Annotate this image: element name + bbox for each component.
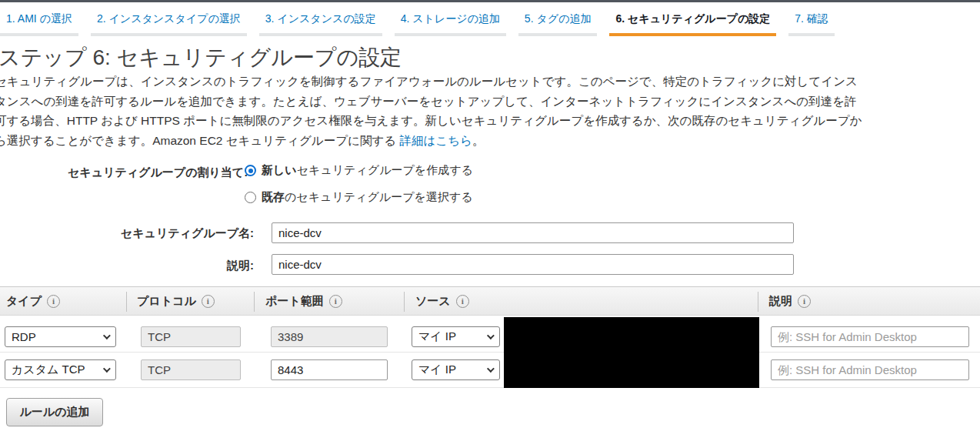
chevron-down-icon: [103, 332, 111, 339]
column-divider: [758, 292, 758, 312]
info-icon[interactable]: i: [456, 295, 469, 308]
info-icon[interactable]: i: [47, 295, 60, 308]
type-select-row1-value: RDP: [12, 330, 36, 343]
ec2-launch-wizard-step6: 1. AMI の選択 2. インスタンスタイプの選択 3. インスタンスの設定 …: [0, 0, 980, 448]
source-select-row2[interactable]: マイ IP: [412, 359, 500, 380]
security-group-name-input[interactable]: [272, 222, 794, 243]
description-period: 。: [472, 134, 485, 147]
column-header-port-range-label: ポート範囲: [265, 294, 324, 309]
security-group-name-label: セキュリティグループ名:: [0, 226, 254, 241]
rules-table-header: タイプi プロトコルi ポート範囲i ソースi 説明i: [0, 286, 980, 316]
port-range-input-row2[interactable]: [271, 359, 388, 380]
radio-option-select-existing[interactable]: 既存のセキュリティグループを選択する: [245, 190, 473, 205]
info-icon[interactable]: i: [798, 295, 811, 308]
radio-unselected-icon[interactable]: [245, 192, 256, 203]
radio-existing-label-rest: のセキュリティグループを選択する: [285, 190, 473, 203]
type-select-row2-value: カスタム TCP: [12, 363, 85, 377]
radio-new-label: 新しいセキュリティグループを作成する: [262, 163, 473, 178]
radio-option-create-new[interactable]: 新しいセキュリティグループを作成する: [245, 163, 473, 178]
source-select-row1[interactable]: マイ IP: [412, 326, 500, 347]
page-description: セキュリティグループは、インスタンスのトラフィックを制御するファイアウォールのル…: [0, 72, 862, 150]
chevron-down-icon: [103, 365, 111, 373]
column-header-source-label: ソース: [415, 294, 451, 309]
redaction-overlay: [504, 317, 759, 388]
column-divider: [254, 292, 255, 312]
description-line: タンスへの到達を許可するルールを追加できます。たとえば、ウェブサーバーをセットア…: [0, 92, 862, 112]
column-header-protocol-label: プロトコル: [137, 294, 196, 309]
description-line: セキュリティグループは、インスタンスのトラフィックを制御するファイアウォールのル…: [0, 72, 862, 92]
learn-more-link[interactable]: 詳細はこちら: [399, 134, 472, 147]
security-group-description-input[interactable]: [272, 254, 794, 275]
radio-selected-icon[interactable]: [245, 165, 256, 176]
port-range-input-row1: [271, 326, 388, 347]
protocol-input-row2: [141, 359, 241, 380]
description-line: 可する場合、HTTP および HTTPS ポートに無制限のアクセス権限を与えます…: [0, 111, 862, 131]
tab-step-7-review[interactable]: 7. 確認: [788, 2, 835, 36]
tab-step-1-ami[interactable]: 1. AMI の選択: [0, 2, 78, 36]
column-header-type-label: タイプ: [6, 294, 42, 309]
type-select-row1[interactable]: RDP: [5, 326, 116, 347]
row-divider: [0, 387, 980, 388]
radio-existing-label-bold: 既存: [262, 190, 285, 203]
row-divider: [0, 352, 980, 353]
column-header-type: タイプi: [6, 294, 60, 309]
description-line: ら選択することができます。Amazon EC2 セキュリティグループに関する 詳…: [0, 131, 862, 151]
column-divider: [404, 292, 405, 312]
info-icon[interactable]: i: [329, 295, 342, 308]
source-select-row1-value: マイ IP: [418, 329, 456, 344]
wizard-steps-nav: 1. AMI の選択 2. インスタンスタイプの選択 3. インスタンスの設定 …: [0, 2, 835, 36]
info-icon[interactable]: i: [202, 295, 215, 308]
column-header-description-label: 説明: [769, 294, 792, 309]
radio-new-label-bold: 新しい: [262, 163, 297, 176]
column-divider: [126, 292, 127, 312]
column-header-port-range: ポート範囲i: [265, 294, 342, 309]
tab-step-3-configure-instance[interactable]: 3. インスタンスの設定: [259, 2, 382, 36]
column-header-source: ソースi: [415, 294, 469, 309]
rule-description-input-row1[interactable]: [771, 326, 969, 347]
assign-security-group-label: セキュリティグループの割り当て:: [68, 165, 248, 180]
radio-new-label-rest: セキュリティグループを作成する: [297, 163, 473, 176]
tab-step-6-security-group[interactable]: 6. セキュリティグループの設定: [609, 2, 776, 36]
column-header-description: 説明i: [769, 294, 811, 309]
chevron-down-icon: [487, 365, 495, 373]
protocol-input-row1: [141, 326, 241, 347]
description-label: 説明:: [0, 259, 254, 273]
tab-step-4-add-storage[interactable]: 4. ストレージの追加: [395, 2, 506, 36]
source-select-row2-value: マイ IP: [418, 363, 456, 377]
description-text: ら選択することができます。Amazon EC2 セキュリティグループに関する: [0, 134, 399, 147]
add-rule-button[interactable]: ルールの追加: [6, 398, 103, 426]
type-select-row2[interactable]: カスタム TCP: [5, 359, 116, 380]
column-header-protocol: プロトコルi: [137, 294, 215, 309]
tab-step-2-instance-type[interactable]: 2. インスタンスタイプの選択: [91, 2, 247, 36]
tab-step-5-add-tags[interactable]: 5. タグの追加: [518, 2, 598, 36]
page-title: ステップ 6: セキュリティグループの設定: [0, 43, 402, 72]
radio-existing-label: 既存のセキュリティグループを選択する: [262, 190, 473, 205]
chevron-down-icon: [487, 332, 495, 339]
rule-description-input-row2[interactable]: [771, 359, 969, 380]
